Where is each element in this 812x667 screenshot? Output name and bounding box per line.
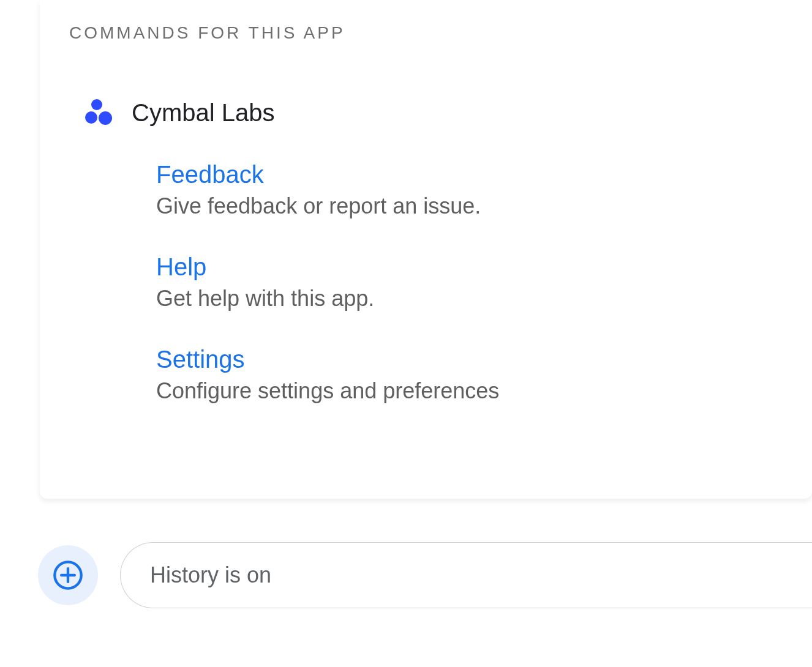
command-title: Settings (156, 346, 783, 373)
command-help[interactable]: Help Get help with this app. (156, 253, 783, 311)
section-header: COMMANDS FOR THIS APP (69, 23, 783, 43)
command-settings[interactable]: Settings Configure settings and preferen… (156, 346, 783, 404)
cymbal-labs-icon (85, 98, 115, 127)
message-input-wrapper[interactable] (120, 542, 812, 608)
commands-list: Feedback Give feedback or report an issu… (69, 161, 783, 404)
add-button[interactable] (38, 545, 98, 605)
command-title: Feedback (156, 161, 783, 188)
command-title: Help (156, 253, 783, 281)
commands-popup: COMMANDS FOR THIS APP Cymbal Labs Feedba… (40, 0, 812, 499)
app-header-row: Cymbal Labs (69, 98, 783, 127)
app-name: Cymbal Labs (132, 99, 274, 127)
message-input[interactable] (150, 562, 812, 588)
command-feedback[interactable]: Feedback Give feedback or report an issu… (156, 161, 783, 219)
plus-circle-icon (52, 559, 84, 591)
command-description: Configure settings and preferences (156, 378, 783, 404)
command-description: Get help with this app. (156, 286, 783, 311)
command-description: Give feedback or report an issue. (156, 193, 783, 219)
compose-area (0, 538, 812, 612)
